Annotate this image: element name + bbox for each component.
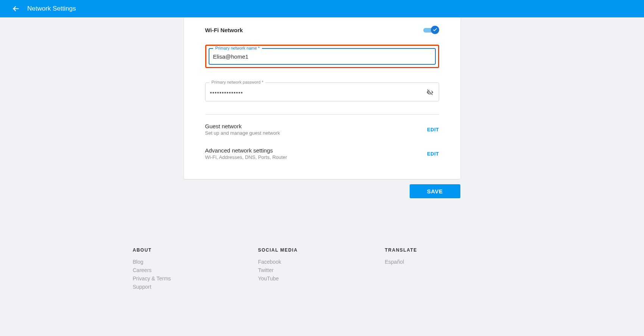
primary-name-label: Primary network name * xyxy=(213,46,262,50)
footer-link-espanol[interactable]: Español xyxy=(385,259,417,265)
footer-link-youtube[interactable]: YouTube xyxy=(258,275,298,282)
visibility-off-icon[interactable] xyxy=(426,88,434,96)
footer-translate-heading: TRANSLATE xyxy=(385,247,417,253)
footer-about-heading: ABOUT xyxy=(133,247,171,253)
page-title: Network Settings xyxy=(27,5,76,12)
primary-network-name-field[interactable]: Primary network name * xyxy=(209,48,436,65)
footer-link-facebook[interactable]: Facebook xyxy=(258,259,298,265)
advanced-title: Advanced network settings xyxy=(205,147,287,154)
primary-pass-label: Primary network password * xyxy=(209,80,266,84)
footer-link-privacy[interactable]: Privacy & Terms xyxy=(133,275,171,282)
wifi-section-title: Wi-Fi Network xyxy=(205,27,243,33)
advanced-network-row: Advanced network settings Wi-Fi, Address… xyxy=(205,147,439,160)
footer-social-heading: SOCIAL MEDIA xyxy=(258,247,298,253)
guest-sub: Set up and manage guest network xyxy=(205,130,280,136)
footer-social-col: SOCIAL MEDIA Facebook Twitter YouTube xyxy=(258,247,298,292)
primary-network-password-field[interactable]: Primary network password * xyxy=(205,82,439,101)
guest-edit-button[interactable]: EDIT xyxy=(427,127,439,132)
footer-link-blog[interactable]: Blog xyxy=(133,259,171,265)
save-button[interactable]: SAVE xyxy=(410,184,460,198)
advanced-edit-button[interactable]: EDIT xyxy=(427,151,439,157)
advanced-sub: Wi-Fi, Addresses, DNS, Ports, Router xyxy=(205,154,287,160)
divider xyxy=(205,114,439,115)
primary-network-password-input[interactable] xyxy=(210,89,407,96)
primary-network-name-input[interactable] xyxy=(213,53,431,60)
primary-name-highlight: Primary network name * xyxy=(205,45,439,68)
guest-network-row: Guest network Set up and manage guest ne… xyxy=(205,123,439,136)
header-bar: Network Settings xyxy=(0,0,644,17)
footer: ABOUT Blog Careers Privacy & Terms Suppo… xyxy=(122,247,523,292)
toggle-check-icon xyxy=(431,26,439,34)
network-card: Wi-Fi Network Primary network name * Pri… xyxy=(184,17,460,179)
footer-translate-col: TRANSLATE Español xyxy=(385,247,417,292)
guest-title: Guest network xyxy=(205,123,280,129)
back-arrow-icon[interactable] xyxy=(11,4,20,13)
footer-link-support[interactable]: Support xyxy=(133,284,171,290)
footer-about-col: ABOUT Blog Careers Privacy & Terms Suppo… xyxy=(133,247,171,292)
footer-link-careers[interactable]: Careers xyxy=(133,267,171,273)
wifi-toggle-switch[interactable] xyxy=(423,26,439,34)
footer-link-twitter[interactable]: Twitter xyxy=(258,267,298,273)
